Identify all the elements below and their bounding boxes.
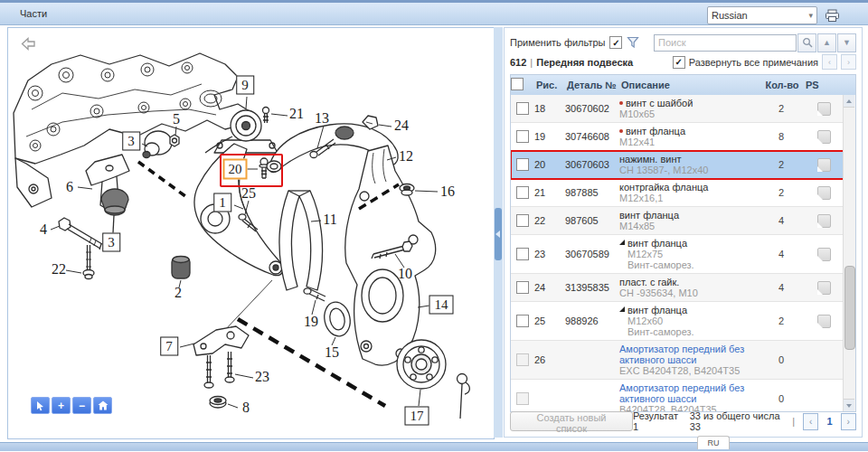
- zoom-in-button[interactable]: +: [52, 397, 71, 414]
- table-scrollbar[interactable]: [843, 95, 855, 411]
- diagram-callout-7[interactable]: 7: [160, 337, 178, 356]
- row-description: пласт. с гайк.CH -935634, M10: [619, 277, 759, 298]
- parts-panel: Применить фильтры ▲ ▼ 612|Передняя подве…: [504, 27, 863, 438]
- table-row[interactable]: Амортизатор передний без активного шасси…: [511, 380, 844, 411]
- page-title: Части: [20, 8, 47, 19]
- row-checkbox[interactable]: [516, 186, 529, 199]
- search-prev-button[interactable]: ▲: [817, 33, 836, 52]
- table-row[interactable]: 2330670589винт фланцаM12x75Винт-саморез.…: [511, 235, 844, 274]
- page-next-button[interactable]: ›: [841, 413, 856, 430]
- diagram-callout-9[interactable]: 9: [236, 76, 254, 95]
- diagram-callout-1[interactable]: 1: [213, 193, 231, 212]
- table-row[interactable]: 21987885контргайка фланцаM12x16,12: [511, 179, 844, 207]
- row-description: винт фланцаM12x41: [619, 126, 759, 147]
- triangle-marker-icon: [619, 306, 625, 312]
- row-description-title[interactable]: Амортизатор передний без активного шасси: [619, 382, 759, 404]
- row-checkbox[interactable]: [516, 158, 529, 171]
- table-row[interactable]: 1930746608винт фланцаM12x418: [511, 123, 844, 151]
- row-quantity: 0: [759, 393, 804, 404]
- notes-prev-button[interactable]: ‹: [822, 54, 837, 70]
- language-select[interactable]: Russian ▾: [707, 6, 817, 24]
- row-checkbox[interactable]: [516, 102, 529, 115]
- triangle-marker-icon: [619, 240, 625, 245]
- create-list-button[interactable]: Создать новый список: [510, 411, 633, 431]
- search-input[interactable]: [654, 34, 797, 52]
- expand-notes-checkbox[interactable]: [673, 56, 685, 69]
- col-qty: Кол-во: [759, 80, 804, 90]
- diagram-callout-3[interactable]: 3: [122, 132, 140, 151]
- select-all-checkbox[interactable]: [511, 78, 524, 90]
- bottom-status-bar: [0, 442, 868, 451]
- page-prev-button[interactable]: ‹: [803, 413, 818, 430]
- note-icon[interactable]: [817, 130, 831, 144]
- diagram-callout-25[interactable]: 25: [240, 185, 258, 202]
- diagram-callout-16[interactable]: 16: [439, 184, 457, 200]
- bullet-marker-icon: [619, 101, 623, 105]
- filter-funnel-icon[interactable]: [627, 36, 639, 49]
- note-icon[interactable]: [817, 281, 831, 295]
- row-checkbox[interactable]: [516, 130, 529, 143]
- zoom-home-button[interactable]: [93, 397, 112, 414]
- diagram-callout-22[interactable]: 22: [50, 261, 68, 278]
- diagram-callout-21[interactable]: 21: [288, 106, 306, 122]
- diagram-callout-3[interactable]: 3: [102, 233, 120, 252]
- notes-next-button[interactable]: ›: [841, 54, 856, 70]
- diagram-callout-6[interactable]: 6: [64, 179, 75, 195]
- diagram-callout-17[interactable]: 17: [405, 407, 429, 426]
- diagram-callout-20[interactable]: 20: [223, 159, 248, 180]
- note-icon[interactable]: [817, 158, 831, 172]
- status-language-tab[interactable]: RU: [697, 436, 730, 449]
- table-row[interactable]: 2431395835пласт. с гайк.CH -935634, M104: [511, 274, 844, 302]
- note-icon[interactable]: [817, 214, 831, 228]
- parts-table-body: 1830670602винт с шайбойM10x6521930746608…: [511, 95, 844, 411]
- diagram-callout-4[interactable]: 4: [38, 221, 49, 238]
- diagram-callout-24[interactable]: 24: [392, 118, 410, 134]
- row-ps-cell: [804, 158, 844, 172]
- diagram-callout-15[interactable]: 15: [323, 344, 341, 361]
- zoom-out-button[interactable]: −: [72, 397, 91, 414]
- scrollbar-thumb[interactable]: [844, 266, 855, 350]
- diagram-callout-12[interactable]: 12: [397, 148, 415, 165]
- row-checkbox[interactable]: [516, 214, 529, 227]
- row-description-sub: M12x75: [619, 249, 759, 259]
- diagram-callout-14[interactable]: 14: [429, 296, 454, 315]
- scroll-up-button[interactable]: [844, 95, 854, 108]
- row-quantity: 4: [759, 282, 804, 293]
- diagram-callout-11[interactable]: 11: [321, 212, 338, 228]
- diagram-callout-2[interactable]: 2: [173, 285, 184, 301]
- scroll-down-button[interactable]: [844, 399, 854, 411]
- search-next-button[interactable]: ▼: [837, 33, 856, 52]
- row-description-title: нажимн. винт: [619, 154, 759, 165]
- row-description-sub: Винт-саморез.: [619, 259, 759, 270]
- note-icon[interactable]: [817, 102, 831, 116]
- diagram-callout-13[interactable]: 13: [313, 110, 331, 127]
- note-icon[interactable]: [817, 248, 831, 261]
- diagram-callout-10[interactable]: 10: [396, 266, 414, 282]
- table-row[interactable]: 25988926винт фланцаM12x60Винт-саморез.2: [511, 302, 844, 341]
- table-row[interactable]: 1830670602винт с шайбойM10x652: [511, 95, 844, 123]
- diagram-callout-19[interactable]: 19: [302, 314, 320, 330]
- col-part: Деталь №: [565, 80, 619, 90]
- row-checkbox[interactable]: [516, 248, 529, 260]
- row-description-title[interactable]: Амортизатор передний без активного шасси: [619, 344, 759, 365]
- table-row[interactable]: 22987605винт фланцаM14x854: [511, 207, 844, 235]
- apply-filters-checkbox[interactable]: [609, 36, 622, 49]
- row-description-sub: CH -935634, M10: [619, 287, 759, 298]
- row-checkbox[interactable]: [516, 281, 529, 294]
- row-description-sub: EXC B4204T28, B4204T35: [619, 365, 759, 376]
- search-button[interactable]: [797, 33, 816, 52]
- diagram-callout-5[interactable]: 5: [171, 111, 182, 127]
- home-icon: [98, 400, 108, 410]
- note-icon[interactable]: [817, 315, 831, 328]
- diagram-callout-8[interactable]: 8: [241, 400, 251, 416]
- print-button[interactable]: [823, 7, 841, 24]
- note-icon[interactable]: [817, 186, 831, 200]
- divider-collapse-handle[interactable]: [495, 208, 502, 260]
- table-row[interactable]: 26Амортизатор передний без активного шас…: [511, 341, 844, 380]
- row-checkbox[interactable]: [516, 315, 529, 327]
- search-icon: [802, 37, 813, 48]
- table-row[interactable]: 2030670603нажимн. винтCH 13587-, M12x402: [511, 151, 844, 179]
- diagram-callout-23[interactable]: 23: [253, 369, 271, 385]
- row-description: винт фланцаM14x85: [619, 210, 759, 231]
- pan-tool-button[interactable]: [31, 397, 50, 414]
